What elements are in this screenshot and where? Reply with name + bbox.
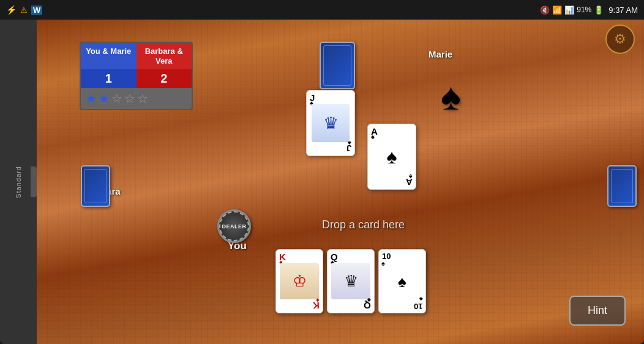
ten-suit-center: ♠ [379,272,425,291]
star-5: ☆ [137,91,148,106]
jack-figure: ♛ [312,104,350,142]
card-ace[interactable]: A ♠ ♠ A ♠ [367,124,416,190]
alert-icon: ⚠ [20,6,28,15]
top-pile-card [320,42,355,89]
queen-figure: ♛ [331,263,370,299]
card-ten[interactable]: 10 ♠ ♠ 10 ♠ [378,249,426,313]
hint-button[interactable]: Hint [569,296,626,326]
status-left-icons: ⚡ ⚠ W [6,5,42,15]
hint-label: Hint [588,304,607,316]
ten-rank-bottom: 10 [414,302,422,310]
drop-zone-text: Drop a card here [322,219,405,231]
team1-name: You & Marie [86,47,131,56]
king-figure: ♔ [280,263,319,299]
wifi-icon: 📶 [552,6,562,15]
drop-zone[interactable]: Drop a card here [266,209,460,240]
battery-icon: 🔋 [594,6,604,15]
star-3: ☆ [111,91,122,106]
star-2: ★ [99,91,110,106]
queen-suit-bottom: ♠ [367,297,371,304]
star-1: ★ [86,91,97,106]
score-header: You & Marie Barbara & Vera [81,43,192,69]
ten-suit-bottom: ♠ [419,296,423,303]
star-4: ☆ [124,91,135,106]
jack-suit-bottom: ♠ [348,140,351,147]
mute-icon: 🔇 [540,6,550,15]
vera-card-back [607,165,637,207]
dealer-chip: DEALER [217,209,251,243]
team2-name: Barbara & Vera [145,47,183,65]
team2-score: 2 [137,69,192,88]
score-panel: You & Marie Barbara & Vera 1 2 ★ ★ ☆ ☆ ☆ [80,42,193,110]
settings-button[interactable]: ⚙ [605,24,635,54]
game-area: You & Marie Barbara & Vera 1 2 ★ ★ ☆ ☆ ☆… [37,20,644,344]
usb-icon: ⚡ [6,5,17,15]
player-marie: Marie [429,49,452,59]
team1-header: You & Marie [81,43,137,69]
word-icon: W [31,6,42,15]
card-king[interactable]: K ♦ ♔ K ♦ [275,249,323,313]
settings-icon: ⚙ [614,31,626,47]
sidebar-label: Standard [15,166,22,198]
ten-suit-top: ♠ [381,260,385,267]
card-queen[interactable]: Q ♠ ♛ Q ♠ [327,249,375,313]
sidebar: Standard [0,20,37,344]
team2-header: Barbara & Vera [137,43,192,69]
score-numbers: 1 2 [81,69,192,88]
marie-spade-icon: ♠ [441,75,461,118]
card-jack[interactable]: J ♠ ♛ J ♠ [306,90,355,156]
sidebar-handle[interactable] [31,166,37,197]
dealer-label: DEALER [222,223,246,230]
score-stars: ★ ★ ☆ ☆ ☆ [81,88,192,109]
time-display: 9:37 AM [608,6,638,15]
signal-icon: 📊 [564,6,574,15]
ace-suit-top: ♠ [371,133,375,140]
team1-score: 1 [81,69,137,88]
phone-frame: ⚡ ⚠ W 🔇 📶 📊 91% 🔋 9:37 AM Standard You &… [0,0,644,344]
ace-suit-bottom: ♠ [409,173,413,181]
king-suit-bottom: ♦ [316,297,320,304]
battery-percent: 91% [577,6,591,14]
barbara-card-back [81,165,110,207]
ace-suit-center: ♠ [368,146,416,168]
status-right-icons: 🔇 📶 📊 91% 🔋 9:37 AM [540,6,638,15]
status-bar: ⚡ ⚠ W 🔇 📶 📊 91% 🔋 9:37 AM [0,0,644,20]
